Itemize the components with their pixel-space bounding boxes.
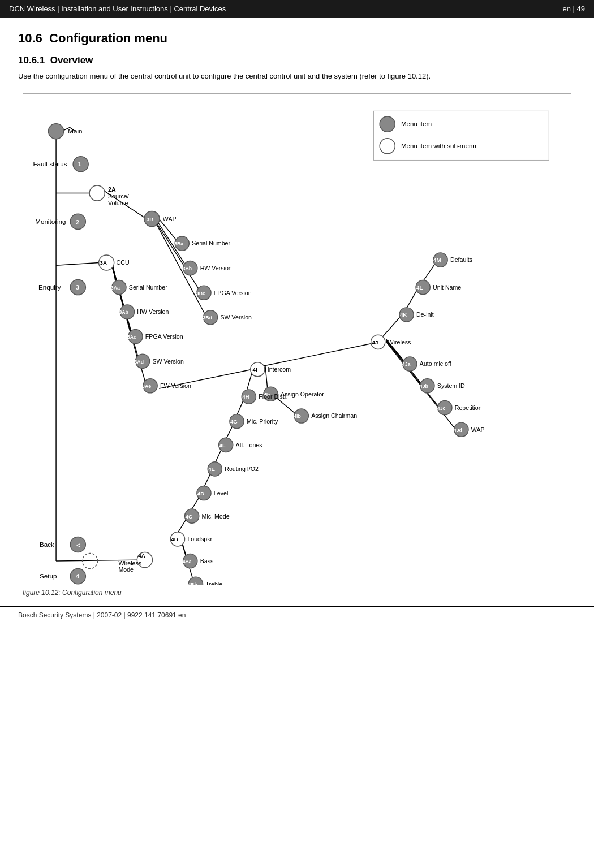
svg-text:4Jd: 4Jd (454, 427, 462, 433)
diagram-svg: Menu item Menu item with sub-menu (23, 94, 571, 585)
svg-text:Menu item: Menu item (401, 120, 432, 127)
header-page: en | 49 (562, 5, 585, 13)
svg-text:3Ab: 3Ab (119, 309, 128, 315)
svg-text:<: < (76, 541, 80, 548)
svg-text:Treble: Treble (205, 580, 222, 584)
svg-line-35 (386, 340, 440, 407)
svg-text:Routing I/O2: Routing I/O2 (225, 465, 259, 472)
svg-text:3A: 3A (100, 260, 107, 266)
svg-text:Main: Main (68, 127, 82, 135)
svg-text:Volume: Volume (108, 199, 128, 206)
svg-text:Wireless: Wireless (118, 559, 141, 566)
svg-text:3Ae: 3Ae (142, 383, 151, 389)
svg-text:Defaults: Defaults (450, 256, 472, 263)
section-title: 10.6 Configuration menu (18, 31, 576, 46)
svg-text:4J: 4J (372, 339, 378, 345)
svg-text:WAP: WAP (163, 215, 177, 222)
svg-text:Mode: Mode (118, 566, 134, 573)
svg-text:4Bb: 4Bb (188, 581, 197, 584)
svg-text:3Bb: 3Bb (183, 266, 192, 271)
svg-point-1 (380, 116, 395, 132)
page-header: DCN Wireless | Installation and User Ins… (0, 0, 594, 18)
svg-text:4K: 4K (400, 312, 407, 318)
svg-text:Setup: Setup (40, 572, 57, 580)
header-title: DCN Wireless | Installation and User Ins… (9, 5, 226, 13)
page-footer: Bosch Security Systems | 2007-02 | 9922 … (0, 606, 594, 624)
svg-text:4: 4 (76, 573, 79, 580)
svg-text:3Bc: 3Bc (196, 290, 205, 296)
svg-line-14 (56, 262, 99, 265)
svg-line-17 (112, 264, 133, 336)
svg-text:FW Version: FW Version (160, 382, 191, 389)
svg-text:4M: 4M (433, 257, 441, 263)
svg-text:HW Version: HW Version (137, 308, 169, 315)
figure-caption: figure 10.12: Configuration menu (23, 589, 576, 597)
svg-text:2A: 2A (108, 185, 116, 192)
svg-text:4I: 4I (253, 366, 257, 373)
svg-text:4Ba: 4Ba (183, 558, 192, 564)
svg-text:Source/: Source/ (108, 193, 129, 200)
svg-text:4L: 4L (416, 284, 423, 290)
svg-text:System ID: System ID (437, 382, 465, 389)
svg-point-3 (380, 138, 395, 153)
svg-text:Monitoring: Monitoring (35, 217, 66, 224)
svg-text:2: 2 (76, 218, 79, 225)
description-text: Use the configuration menu of the centra… (18, 71, 576, 82)
svg-text:Enquiry: Enquiry (38, 283, 61, 290)
svg-text:SW Version: SW Version (220, 314, 252, 321)
svg-text:Assign Chairman: Assign Chairman (311, 412, 357, 419)
svg-text:Level: Level (214, 489, 228, 496)
svg-text:Mic. Priority: Mic. Priority (247, 418, 278, 425)
svg-text:Fault status: Fault status (33, 160, 67, 167)
svg-text:4G: 4G (230, 418, 238, 425)
svg-text:Auto mic off: Auto mic off (420, 360, 451, 367)
svg-text:1: 1 (78, 161, 81, 167)
svg-text:Att. Tones: Att. Tones (236, 441, 262, 448)
main-content: 10.6 Configuration menu 10.6.1 Overview … (0, 18, 594, 597)
svg-text:Mic. Mode: Mic. Mode (202, 512, 230, 519)
svg-text:Back: Back (40, 540, 54, 547)
svg-text:Unit Name: Unit Name (433, 283, 461, 290)
svg-text:3Aa: 3Aa (111, 284, 120, 290)
svg-rect-0 (374, 111, 549, 160)
svg-line-12 (156, 221, 201, 292)
configuration-diagram: Menu item Menu item with sub-menu (23, 93, 571, 585)
svg-text:4A: 4A (138, 552, 145, 559)
svg-text:3Bd: 3Bd (203, 315, 212, 321)
svg-text:3B: 3B (147, 215, 153, 222)
svg-text:4D: 4D (197, 490, 204, 496)
svg-text:WAP: WAP (471, 426, 485, 433)
svg-text:Bass: Bass (200, 557, 214, 564)
svg-text:Loudspkr: Loudspkr (187, 536, 212, 542)
svg-text:HW Version: HW Version (200, 265, 232, 271)
svg-text:Serial Number: Serial Number (129, 283, 167, 290)
svg-text:FPGA Version: FPGA Version (214, 289, 252, 296)
svg-text:4B: 4B (171, 536, 178, 542)
svg-text:Floor Distr.: Floor Distr. (259, 393, 287, 400)
svg-text:4E: 4E (208, 466, 215, 472)
svg-text:4Ib: 4Ib (294, 413, 301, 419)
svg-point-41 (49, 123, 64, 139)
svg-text:4Jc: 4Jc (437, 405, 446, 411)
svg-text:Wireless: Wireless (388, 338, 411, 345)
svg-text:SW Version: SW Version (152, 357, 184, 364)
svg-text:3Ad: 3Ad (135, 359, 144, 364)
svg-text:3Ac: 3Ac (127, 334, 136, 340)
svg-point-49 (89, 185, 105, 200)
subsection-title: 10.6.1 Overview (18, 55, 576, 66)
footer-text: Bosch Security Systems | 2007-02 | 9922 … (18, 611, 186, 619)
svg-line-32 (252, 343, 374, 368)
svg-line-37 (382, 314, 402, 338)
svg-text:Repetition: Repetition (455, 404, 482, 411)
svg-text:3Ba: 3Ba (174, 241, 183, 247)
svg-text:4Jb: 4Jb (420, 383, 428, 389)
svg-text:4C: 4C (186, 513, 192, 519)
svg-text:FPGA Version: FPGA Version (145, 333, 183, 340)
svg-text:4H: 4H (242, 394, 249, 400)
svg-text:Serial Number: Serial Number (192, 240, 230, 247)
svg-text:3: 3 (76, 283, 79, 290)
svg-text:De-init: De-init (416, 311, 434, 318)
svg-text:CCU: CCU (117, 259, 130, 266)
svg-text:Menu item with sub-menu: Menu item with sub-menu (401, 142, 476, 149)
svg-text:4F: 4F (219, 442, 226, 448)
